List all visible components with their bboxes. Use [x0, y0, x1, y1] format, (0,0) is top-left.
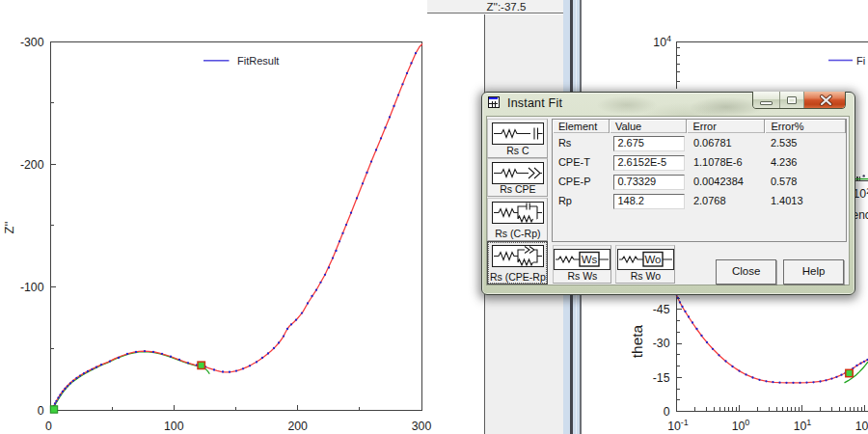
svg-text:102: 102 — [855, 418, 868, 433]
svg-text:Ws: Ws — [582, 254, 598, 265]
svg-text:0: 0 — [38, 404, 44, 418]
svg-text:Wo: Wo — [644, 254, 661, 265]
svg-text:100: 100 — [164, 420, 184, 433]
svg-text:-100: -100 — [20, 281, 44, 294]
svg-text:0: 0 — [45, 420, 52, 433]
svg-text:-45: -45 — [653, 303, 670, 316]
svg-text:10-1: 10-1 — [667, 418, 689, 433]
svg-text:-30: -30 — [653, 337, 670, 350]
svg-text:-200: -200 — [20, 158, 44, 172]
svg-text:theta: theta — [629, 324, 645, 358]
svg-text:100: 100 — [732, 418, 750, 433]
svg-text:-15: -15 — [653, 371, 670, 385]
svg-text:FitResult: FitResult — [237, 55, 279, 67]
svg-text:102: 102 — [854, 186, 868, 202]
svg-text:104: 104 — [653, 34, 671, 49]
svg-text:200: 200 — [287, 420, 308, 433]
svg-text:-300: -300 — [20, 36, 44, 49]
svg-text:300: 300 — [412, 420, 432, 433]
svg-text:Fi: Fi — [856, 55, 865, 67]
svg-text:0: 0 — [664, 405, 670, 419]
svg-text:Z'': Z'' — [2, 222, 16, 234]
svg-text:101: 101 — [794, 418, 812, 433]
